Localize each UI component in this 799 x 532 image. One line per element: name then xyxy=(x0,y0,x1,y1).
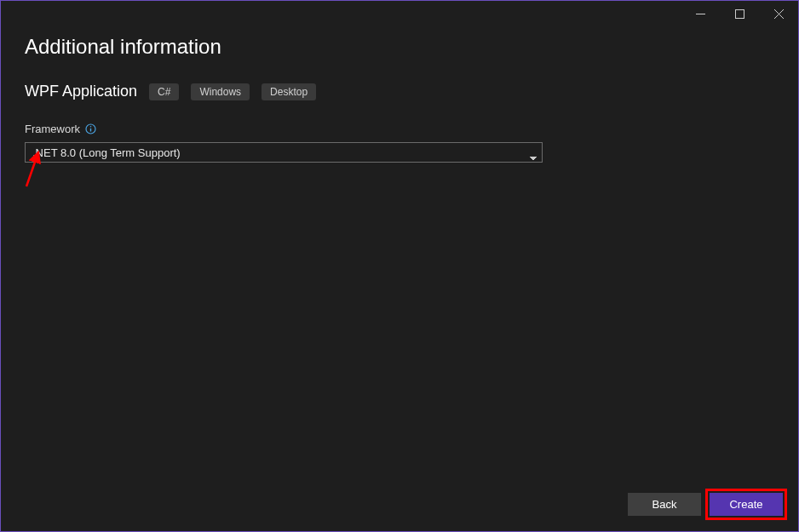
page-title: Additional information xyxy=(25,35,774,59)
create-button[interactable]: Create xyxy=(710,493,783,516)
info-icon[interactable] xyxy=(85,123,96,134)
chevron-down-icon xyxy=(530,149,537,156)
maximize-icon xyxy=(735,9,744,19)
footer-buttons: Back Create xyxy=(628,493,783,516)
svg-rect-1 xyxy=(735,9,744,18)
svg-point-6 xyxy=(90,126,92,128)
tag-desktop: Desktop xyxy=(262,83,316,100)
project-title: WPF Application xyxy=(25,83,137,100)
project-header-row: WPF Application C# Windows Desktop xyxy=(25,83,774,100)
minimize-icon xyxy=(696,9,705,19)
framework-label: Framework xyxy=(25,123,80,135)
content-area: Additional information WPF Application C… xyxy=(1,26,798,163)
titlebar xyxy=(1,1,798,26)
framework-dropdown-value: .NET 8.0 (Long Term Support) xyxy=(32,146,181,159)
minimize-button[interactable] xyxy=(681,1,720,26)
tag-csharp: C# xyxy=(149,83,179,100)
maximize-button[interactable] xyxy=(720,1,759,26)
close-icon xyxy=(774,9,784,19)
tag-windows: Windows xyxy=(191,83,250,100)
close-button[interactable] xyxy=(759,1,798,26)
framework-dropdown[interactable]: .NET 8.0 (Long Term Support) xyxy=(25,142,543,163)
back-button[interactable]: Back xyxy=(628,493,701,516)
framework-label-row: Framework xyxy=(25,123,774,135)
